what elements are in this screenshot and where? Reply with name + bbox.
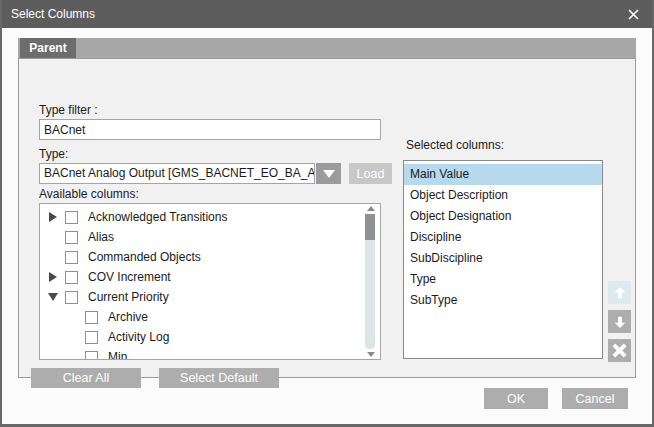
selected-item[interactable]: SubDiscipline [404,248,602,269]
tab-parent[interactable]: Parent [20,38,76,58]
select-columns-dialog: Select Columns Parent Type filter : Type… [0,0,654,427]
selected-item[interactable]: SubType [404,290,602,311]
arrow-up-icon [612,285,628,301]
type-combobox[interactable]: BACnet Analog Output [GMS_BACNET_EO_BA_A… [39,163,315,184]
available-columns-label: Available columns: [39,187,139,201]
type-filter-label: Type filter : [39,103,98,117]
remove-x-icon [611,342,628,359]
tree-scrollbar[interactable] [365,205,377,358]
scrollbar-thumb[interactable] [365,214,375,240]
selected-item[interactable]: Type [404,269,602,290]
scrollbar-track[interactable] [365,214,375,349]
checkbox[interactable] [65,231,78,244]
tree-row: Current Priority [40,287,380,307]
chevron-down-icon [323,170,335,178]
tree-item-label: Acknowledged Transitions [88,210,227,224]
tree-row: Min [40,347,380,360]
scroll-up-icon[interactable] [367,206,375,211]
load-button[interactable]: Load [349,163,392,184]
tab-control: Parent Type filter : Type: BACnet Analog… [18,38,636,378]
expander-spacer [46,231,59,244]
type-label: Type: [39,147,68,161]
move-down-button[interactable] [608,310,631,333]
tree-item-label: Current Priority [88,290,169,304]
tree-row: Alias [40,227,380,247]
tree-row: Commanded Objects [40,247,380,267]
expander-spacer [46,251,59,264]
select-default-button[interactable]: Select Default [159,368,279,388]
arrow-down-icon [612,314,628,330]
tree-item-label: Activity Log [108,330,169,344]
checkbox[interactable] [65,251,78,264]
expander-spacer [66,331,79,344]
tree-item-label: Alias [88,230,114,244]
type-combobox-dropdown-button[interactable] [316,163,341,184]
selected-item[interactable]: Main Value [404,164,602,185]
cancel-button[interactable]: Cancel [562,388,628,409]
clear-all-button[interactable]: Clear All [31,368,141,388]
tree-row: Archive [40,307,380,327]
checkbox[interactable] [85,331,98,344]
checkbox[interactable] [85,351,98,361]
expander-spacer [66,311,79,324]
type-filter-input[interactable] [39,119,381,140]
tree-item-label: COV Increment [88,270,171,284]
scroll-down-icon[interactable] [367,352,375,357]
close-icon[interactable] [625,6,642,23]
selected-item[interactable]: Object Designation [404,206,602,227]
selected-item[interactable]: Object Description [404,185,602,206]
tree-row: COV Increment [40,267,380,287]
tab-strip: Parent [18,38,636,58]
expander-expanded-icon[interactable] [46,291,59,304]
checkbox[interactable] [85,311,98,324]
tree-row: Acknowledged Transitions [40,207,380,227]
selected-columns-label: Selected columns: [406,138,504,152]
checkbox[interactable] [65,271,78,284]
available-tree: Acknowledged TransitionsAliasCommanded O… [39,203,381,360]
tree-row: Activity Log [40,327,380,347]
remove-button[interactable] [608,339,631,362]
checkbox[interactable] [65,211,78,224]
tree-item-label: Archive [108,310,148,324]
tab-panel: Type filter : Type: BACnet Analog Output… [18,58,636,378]
tree-item-label: Commanded Objects [88,250,201,264]
ok-button[interactable]: OK [484,388,548,409]
window-title: Select Columns [11,7,95,21]
titlebar: Select Columns [0,0,654,28]
selected-list: Main ValueObject DescriptionObject Desig… [403,160,603,359]
selected-item[interactable]: Discipline [404,227,602,248]
move-up-button[interactable] [608,281,631,304]
tree-item-label: Min [108,350,127,360]
expander-spacer [66,351,79,361]
checkbox[interactable] [65,291,78,304]
expander-collapsed-icon[interactable] [46,271,59,284]
expander-collapsed-icon[interactable] [46,211,59,224]
